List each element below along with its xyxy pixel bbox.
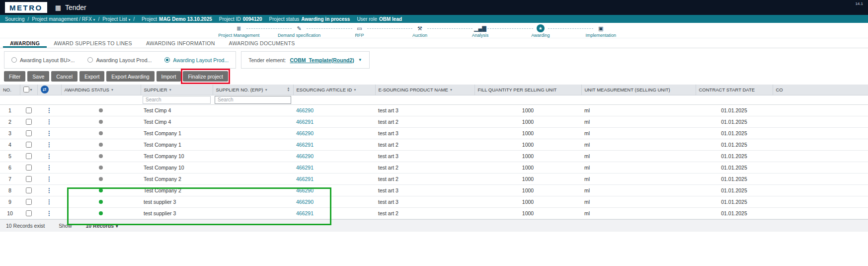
app-title: ▦ Tender — [55, 3, 86, 11]
breadcrumb-sourcing[interactable]: Sourcing — [5, 16, 24, 22]
row-menu-icon[interactable]: ⋮ — [46, 118, 52, 125]
radio-icon — [164, 57, 170, 63]
row-menu-icon[interactable]: ⋮ — [46, 130, 52, 137]
supplier-no-search-input[interactable] — [215, 96, 291, 104]
chevron-down-icon[interactable]: ▼ — [358, 58, 362, 62]
column-header-esourcing-article-id[interactable]: ESOURCING ARTICLE ID▼ — [293, 85, 375, 95]
filter-icon[interactable]: ▼ — [450, 88, 453, 91]
esourcing-article-id-link[interactable]: 466291 — [296, 119, 314, 125]
esourcing-article-id-link[interactable]: 466291 — [296, 165, 314, 171]
awarding-status-dot — [99, 108, 103, 112]
tab-awarding[interactable]: AWARDING — [3, 38, 47, 48]
export-awarding-button[interactable]: Export Awarding — [106, 71, 154, 82]
esourcing-article-id-link[interactable]: 466291 — [296, 210, 314, 216]
row-menu-icon[interactable]: ⋮ — [46, 187, 52, 194]
row-checkbox[interactable] — [26, 199, 32, 205]
esourcing-article-id-link[interactable]: 466291 — [296, 142, 314, 148]
row-checkbox[interactable] — [26, 119, 32, 125]
unit-cell: ml — [581, 162, 696, 173]
chevron-down-icon[interactable]: ▾ — [30, 88, 32, 92]
esourcing-article-id-link[interactable]: 466290 — [296, 187, 314, 193]
tab-awarding-information[interactable]: AWARDING INFORMATION — [139, 38, 222, 48]
step-label: Auction — [412, 33, 427, 38]
metro-logo[interactable]: METRO — [5, 2, 47, 13]
expand-columns-icon[interactable]: ⇄ — [41, 86, 49, 93]
step-rfp[interactable]: ▭ RFP — [329, 24, 390, 38]
column-header-fill-quantity[interactable]: FILL QUANTITY PER SELLING UNIT — [474, 85, 581, 95]
filter-icon[interactable]: ▼ — [169, 88, 172, 91]
supplier-search-input[interactable] — [143, 96, 211, 104]
row-checkbox[interactable] — [26, 130, 32, 136]
filter-icon[interactable]: ▼ — [111, 88, 114, 91]
row-menu-icon[interactable]: ⋮ — [46, 210, 52, 217]
empty-cell — [61, 95, 141, 104]
column-header-unit-measurement[interactable]: UNIT MEASUREMENT (SELLING UNIT) — [581, 85, 696, 95]
filter-icon[interactable]: ▼ — [353, 88, 356, 91]
esourcing-article-id-link[interactable]: 466290 — [296, 199, 314, 205]
row-menu-icon[interactable]: ⋮ — [46, 153, 52, 160]
row-menu-cell: ⋮ — [37, 127, 61, 139]
row-menu-cell: ⋮ — [37, 150, 61, 162]
tender-element-dropdown[interactable]: COBM_Template(Round2) — [290, 57, 354, 63]
breadcrumb-project-list[interactable]: Project List▾ — [102, 16, 130, 22]
radio-awarding-layout-bu[interactable]: Awarding Layout BU>... — [11, 57, 75, 63]
row-menu-icon[interactable]: ⋮ — [46, 164, 52, 171]
filter-icon[interactable]: ▼ — [265, 88, 268, 91]
unit-cell: ml — [581, 184, 696, 196]
row-checkbox[interactable] — [26, 210, 32, 216]
row-menu-icon[interactable]: ⋮ — [46, 107, 52, 114]
tender-app-window: METRO ▦ Tender 14.1 Sourcing / Project m… — [0, 0, 868, 266]
awarding-status-cell — [61, 196, 141, 207]
column-header-supplier-no[interactable]: SUPPLIER NO. (ERP)▼ ▲▼ — [213, 85, 293, 95]
column-header-awarding-status[interactable]: AWARDING STATUS▼ — [61, 85, 141, 95]
finalize-project-button[interactable]: Finalize project — [183, 71, 228, 82]
tab-awarding-documents[interactable]: AWARDING DOCUMENTS — [222, 38, 302, 48]
tab-award-suppliers-to-lines[interactable]: AWARD SUPPLIERS TO LINES — [47, 38, 139, 48]
step-analysis[interactable]: ▁▄▇ Analysis — [450, 24, 510, 38]
row-checkbox[interactable] — [26, 107, 32, 113]
row-checkbox[interactable] — [26, 176, 32, 182]
step-awarding[interactable]: ★ Awarding — [510, 24, 570, 38]
import-button[interactable]: Import — [157, 71, 181, 82]
radio-awarding-layout-prod-1[interactable]: Awarding Layout Prod... — [87, 57, 152, 63]
column-header-product-name[interactable]: E-SOURCING PRODUCT NAME▼ — [375, 85, 474, 95]
step-demand-specification[interactable]: ✎ Demand specification — [269, 24, 329, 38]
esourcing-article-id-link[interactable]: 466290 — [296, 130, 314, 136]
row-menu-icon[interactable]: ⋮ — [46, 141, 52, 148]
breadcrumb-project-management-rfx[interactable]: Project management / RFX▾ — [32, 16, 95, 22]
step-implementation[interactable]: ▣ Implementation — [571, 24, 631, 38]
row-checkbox[interactable] — [26, 165, 32, 171]
supplier-no-cell — [213, 139, 293, 150]
row-checkbox[interactable] — [26, 142, 32, 148]
row-menu-icon[interactable]: ⋮ — [46, 198, 52, 205]
table-row: 4⋮Test Company 1466291test art 21000ml01… — [0, 139, 868, 150]
export-button[interactable]: Export — [79, 71, 104, 82]
awarding-status-dot — [99, 143, 103, 147]
step-project-management[interactable]: ≣ Project Management — [209, 24, 269, 38]
sort-icon[interactable]: ▲▼ — [287, 87, 290, 92]
column-header-truncated[interactable]: CO — [773, 85, 868, 95]
esourcing-article-id-cell: 466290 — [293, 104, 375, 116]
column-header-no[interactable]: NO. — [0, 85, 20, 95]
column-header-contract-start-date[interactable]: CONTRACT START DATE — [696, 85, 773, 95]
select-all-checkbox[interactable] — [23, 87, 29, 92]
save-button[interactable]: Save — [27, 71, 49, 82]
page-size-dropdown[interactable]: 10 Records▾ — [85, 223, 118, 229]
esourcing-article-id-link[interactable]: 466290 — [296, 107, 314, 113]
row-menu-icon[interactable]: ⋮ — [46, 176, 52, 182]
fill-quantity-cell: 1000 — [474, 196, 581, 207]
column-header-expand: ⇄ — [37, 85, 61, 95]
step-auction[interactable]: ⚒ Auction — [390, 24, 450, 38]
esourcing-article-id-link[interactable]: 466290 — [296, 153, 314, 159]
filter-button[interactable]: Filter — [4, 71, 25, 82]
row-checkbox[interactable] — [26, 153, 32, 159]
supplier-no-cell — [213, 207, 293, 219]
column-header-supplier[interactable]: SUPPLIER▼ — [141, 85, 213, 95]
radio-awarding-layout-prod-2[interactable]: Awarding Layout Prod... — [164, 57, 229, 63]
esourcing-article-id-link[interactable]: 466291 — [296, 176, 314, 182]
row-checkbox[interactable] — [26, 187, 32, 193]
empty-cell — [773, 95, 868, 104]
awarding-status-cell — [61, 162, 141, 173]
cancel-button[interactable]: Cancel — [51, 71, 78, 82]
supplier-cell: Test Cimp 4 — [141, 104, 213, 116]
